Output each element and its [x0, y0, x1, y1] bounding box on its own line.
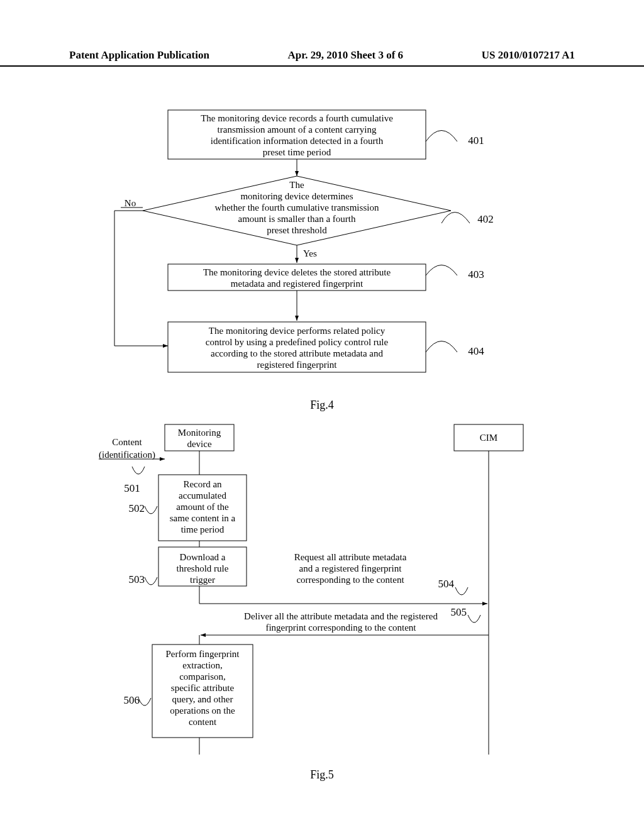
page-header: Patent Application Publication Apr. 29, … — [0, 49, 644, 67]
step506-l2: extraction, — [182, 660, 223, 670]
step506-l3: comparison, — [179, 672, 226, 682]
step506-l6: operations on the — [170, 706, 235, 716]
step504-l2: and a registered fingerprint — [299, 563, 402, 573]
ref-506: 506 — [124, 694, 140, 706]
header-right: US 2010/0107217 A1 — [482, 49, 575, 62]
ref-505: 505 — [451, 606, 467, 618]
ref-403: 403 — [468, 268, 484, 280]
label-no: No — [125, 198, 136, 208]
actor-md-line2: device — [187, 439, 211, 449]
ref-503: 503 — [129, 573, 145, 585]
step502-l3: amount of the — [176, 502, 229, 512]
step503-l3: trigger — [190, 575, 215, 585]
ref-401: 401 — [468, 135, 484, 147]
step504-l1: Request all attribute metadata — [294, 552, 407, 562]
label-yes: Yes — [303, 248, 317, 258]
step506-l7: content — [189, 717, 217, 727]
step502-l4: same content in a — [170, 513, 236, 523]
flow-box-404-line4: registered fingerprint — [257, 360, 337, 370]
dec-line5: preset threshold — [267, 225, 327, 235]
ref-504: 504 — [438, 578, 455, 590]
ref-404: 404 — [468, 345, 484, 357]
step506-l4: specific attribute — [171, 683, 235, 693]
ref-402: 402 — [477, 213, 494, 225]
step505-l2: fingerprint corresponding to the content — [265, 622, 416, 633]
actor-cim-label: CIM — [480, 433, 497, 443]
flow-box-403-line1: The monitoring device deletes the stored… — [203, 267, 391, 277]
flow-box-404-line2: control by using a predefined policy con… — [206, 337, 389, 347]
actor-md-line1: Monitoring — [178, 428, 221, 438]
figure-4: The monitoring device records a fourth c… — [0, 107, 644, 412]
content-label: Content — [112, 437, 142, 447]
flow-box-401-line3: identification information detected in a… — [211, 136, 384, 146]
step503-l1: Download a — [180, 552, 226, 562]
step502-l2: accumulated — [179, 490, 226, 501]
header-left: Patent Application Publication — [69, 49, 209, 62]
step502-l5: time period — [181, 524, 225, 534]
dec-line1: The — [289, 180, 304, 190]
figure-4-caption: Fig.4 — [0, 399, 644, 412]
step506-l1: Perform fingerprint — [165, 649, 240, 659]
dec-line4: amount is smaller than a fourth — [238, 214, 356, 224]
step503-l2: threshold rule — [177, 563, 229, 573]
figure-5: Monitoring device CIM Content (identific… — [0, 421, 644, 782]
flow-box-403-line2: metadata and registered fingerprint — [231, 279, 364, 289]
flow-box-401-line4: preset time period — [263, 147, 331, 157]
step506-l5: query, and other — [172, 694, 233, 704]
flow-box-401-line2: transmission amount of a content carryin… — [218, 124, 377, 135]
flow-box-404-line3: according to the stored attribute metada… — [211, 348, 384, 358]
flow-box-404-line1: The monitoring device performs related p… — [209, 326, 386, 336]
dec-line2: monitoring device determines — [240, 191, 353, 201]
ref-501: 501 — [124, 482, 140, 494]
dec-line3: whether the fourth cumulative transmissi… — [215, 202, 379, 213]
header-center: Apr. 29, 2010 Sheet 3 of 6 — [288, 49, 404, 62]
step504-l3: corresponding to the content — [296, 575, 404, 585]
step502-l1: Record an — [183, 479, 222, 489]
ref-502: 502 — [129, 502, 145, 514]
step505-l1: Deliver all the attribute metadata and t… — [244, 611, 438, 621]
figure-5-caption: Fig.5 — [0, 768, 644, 782]
flow-box-401-line1: The monitoring device records a fourth c… — [201, 113, 393, 123]
